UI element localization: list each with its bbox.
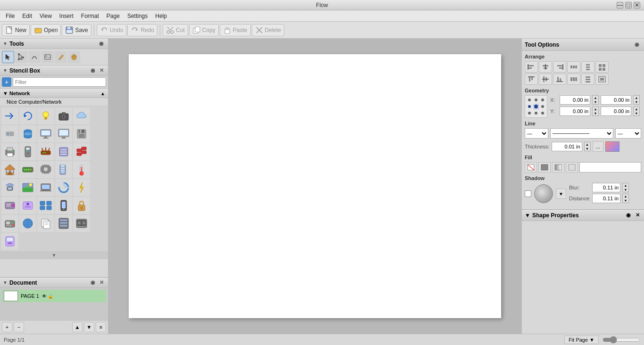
fit-page-button[interactable]: Fit Page ▼ (564, 336, 599, 344)
stencil-item-refresh[interactable] (19, 107, 36, 124)
anchor-mr[interactable] (540, 104, 545, 109)
stencil-box-header[interactable]: ▼ Stencil Box ◉ ✕ (0, 66, 108, 76)
page-options-btn[interactable]: ≡ (96, 322, 106, 332)
menu-settings[interactable]: Settings (124, 12, 151, 20)
stencil-item-firewall[interactable] (73, 143, 90, 160)
stencil-add-button[interactable]: + (2, 77, 11, 87)
arrange-distribute-v[interactable] (581, 61, 594, 73)
stencil-item-access-point[interactable] (1, 179, 18, 196)
stencil-item-gear[interactable] (37, 161, 54, 178)
anchor-bl[interactable] (527, 110, 532, 116)
tool-node[interactable] (15, 51, 27, 63)
stencil-item-monitor[interactable] (55, 125, 72, 142)
arrange-align-top[interactable] (525, 74, 538, 85)
open-button[interactable]: Open (31, 24, 61, 36)
maximize-btn[interactable]: □ (625, 2, 632, 8)
network-scroll-btn[interactable]: ▲ (100, 91, 105, 96)
stencil-item-arrow-right[interactable] (1, 107, 18, 124)
fill-gradient-btn[interactable] (552, 162, 564, 172)
anchor-ml[interactable] (527, 104, 532, 109)
arrange-align-left[interactable] (525, 61, 538, 73)
stencil-item-laptop[interactable] (37, 179, 54, 196)
document-pin-btn[interactable]: ◉ (89, 279, 97, 286)
cut-button[interactable]: Cut (163, 24, 188, 36)
remove-page-btn[interactable]: − (14, 322, 24, 332)
shadow-dir-btn[interactable]: ▼ (556, 189, 566, 199)
stencil-item-tower[interactable] (19, 143, 36, 160)
geom-y2-spin[interactable]: ▲▼ (633, 107, 640, 116)
menu-format[interactable]: Format (77, 12, 103, 20)
menu-page[interactable]: Page (103, 12, 124, 20)
stencil-item-bulb[interactable] (37, 107, 54, 124)
tools-config-btn[interactable]: ◉ (98, 40, 105, 47)
canvas-area[interactable] (108, 39, 521, 334)
anchor-bc[interactable] (533, 110, 539, 116)
stencil-item-camera[interactable] (55, 107, 72, 124)
arrange-align-bottom[interactable] (553, 74, 566, 85)
fill-solid-btn[interactable] (538, 162, 551, 172)
zoom-slider[interactable] (603, 337, 640, 343)
anchor-tc[interactable] (533, 97, 539, 103)
undo-button[interactable]: Undo (97, 24, 127, 36)
new-button[interactable]: New (2, 24, 30, 36)
distance-input[interactable] (592, 194, 620, 203)
arrange-align-middle-v[interactable] (539, 74, 552, 85)
stencil-filter-input[interactable] (13, 77, 106, 87)
stencil-item-tape[interactable] (73, 215, 90, 232)
thickness-spin[interactable]: ▲ ▼ (584, 142, 591, 151)
menu-view[interactable]: View (36, 12, 56, 20)
thickness-more-btn[interactable]: ... (593, 141, 603, 152)
distance-spin[interactable]: ▲ ▼ (622, 194, 629, 203)
canvas-page[interactable] (129, 54, 501, 318)
blur-input[interactable] (592, 183, 620, 192)
geom-y-input[interactable] (560, 107, 590, 116)
stencil-item-loading[interactable] (55, 179, 72, 196)
arrange-extra2[interactable] (595, 74, 609, 85)
window-controls[interactable]: — □ ✕ (617, 2, 640, 8)
fill-color-bar[interactable] (579, 162, 641, 172)
geom-x2-spin[interactable]: ▲▼ (633, 95, 640, 105)
stencil-item-cloud[interactable] (73, 107, 90, 124)
save-button[interactable]: Save (62, 24, 91, 36)
shape-props-header[interactable]: ▼ Shape Properties ◉ ✕ (522, 210, 644, 221)
paste-button[interactable]: Paste (220, 24, 251, 36)
stencil-item-badge[interactable] (19, 197, 36, 214)
shape-props-pin-btn[interactable]: ◉ (625, 212, 632, 219)
fill-none-btn[interactable] (525, 162, 537, 172)
stencil-close-btn[interactable]: ✕ (98, 67, 105, 74)
geom-y2-input[interactable] (601, 107, 631, 116)
menu-file[interactable]: File (2, 12, 18, 20)
stencil-pin-btn[interactable]: ◉ (89, 67, 97, 74)
tool-image[interactable] (41, 51, 54, 63)
blur-spin[interactable]: ▲ ▼ (622, 183, 629, 192)
line-style-select[interactable]: ────────── - - - - - - ·········· (550, 128, 613, 139)
stencil-item-multi-server[interactable] (37, 197, 54, 214)
stencil-item-database[interactable] (19, 125, 36, 142)
tool-options-pin-btn[interactable]: ◉ (633, 41, 641, 49)
document-close-btn[interactable]: ✕ (98, 279, 105, 286)
stencil-item-house[interactable] (1, 161, 18, 178)
stencil-scroll-area[interactable]: ▼ Network ▲ Nice Computer/Network (0, 89, 108, 277)
tool-pencil[interactable] (55, 51, 67, 63)
tools-header[interactable]: ▼ Tools ◉ (0, 39, 108, 49)
arrange-spread-h2[interactable] (567, 74, 580, 85)
anchor-br[interactable] (540, 110, 545, 116)
geom-y-spin[interactable]: ▲▼ (592, 107, 599, 116)
line-color-btn[interactable] (605, 141, 619, 152)
shadow-checkbox[interactable] (525, 190, 531, 197)
line-end-select[interactable]: —→⬤ (615, 128, 641, 139)
arrange-more[interactable] (595, 61, 609, 73)
arrange-align-center-h[interactable] (539, 61, 552, 73)
anchor-mc[interactable] (533, 104, 539, 109)
stencil-item-file-server[interactable] (55, 161, 72, 178)
move-page-down-btn[interactable]: ▼ (84, 322, 94, 332)
stencil-item-hdd[interactable] (1, 197, 18, 214)
fill-pattern-btn[interactable] (566, 162, 578, 172)
geom-x-input[interactable] (560, 95, 590, 105)
delete-button[interactable]: Delete (252, 24, 285, 36)
stencil-item-ups[interactable] (1, 233, 18, 250)
move-page-up-btn[interactable]: ▲ (72, 322, 83, 332)
stencil-item-thermometer[interactable] (73, 161, 90, 178)
stencil-item-doc-stack[interactable] (37, 215, 54, 232)
add-page-btn[interactable]: + (2, 322, 12, 332)
